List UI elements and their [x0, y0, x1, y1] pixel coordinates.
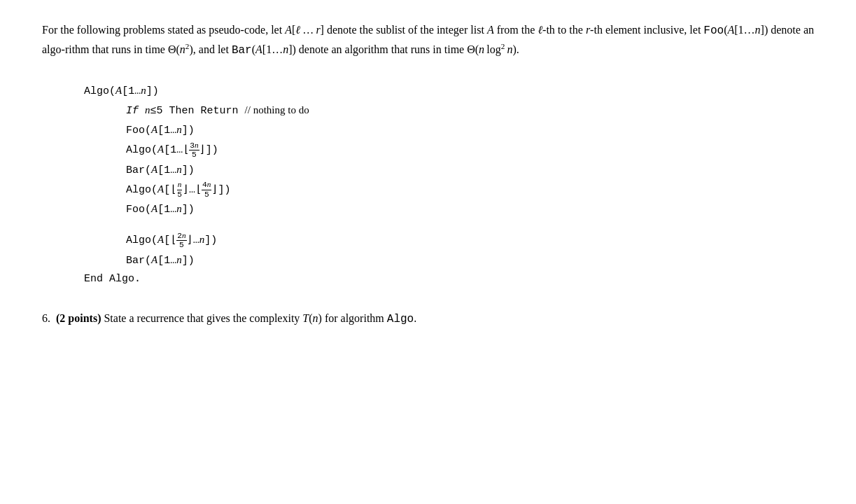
algo-line-bar2: Bar(A[1…n]) [84, 251, 814, 270]
algo-line-foo1: Foo(A[1…n]) [84, 120, 814, 140]
algo-line-bar1: Bar(A[1…n]) [84, 160, 814, 180]
algorithm-block: Algo(A[1…n]) If n≤5 Then Return // nothi… [84, 81, 814, 289]
algo-header: Algo(A[1…n]) [84, 81, 814, 101]
intro-paragraph: For the following problems stated as pse… [42, 21, 814, 60]
algo-line-foo2: Foo(A[1…n]) [84, 200, 814, 219]
algo-line-algo1: Algo(A[1…⌊3n5⌋]) [84, 140, 814, 160]
question-6: 6. (2 points) State a recurrence that gi… [42, 309, 814, 329]
algo-line-algo3: Algo(A[⌊2n5⌋…n]) [84, 230, 814, 250]
algo-footer: End Algo. [84, 270, 814, 288]
question-points: (2 points) [56, 312, 101, 324]
question-number: 6. [42, 312, 50, 324]
algo-line-algo2: Algo(A[⌊n5⌋…⌊4n5⌋]) [84, 180, 814, 200]
algo-line-if: If n≤5 Then Return // nothing to do [84, 101, 814, 120]
